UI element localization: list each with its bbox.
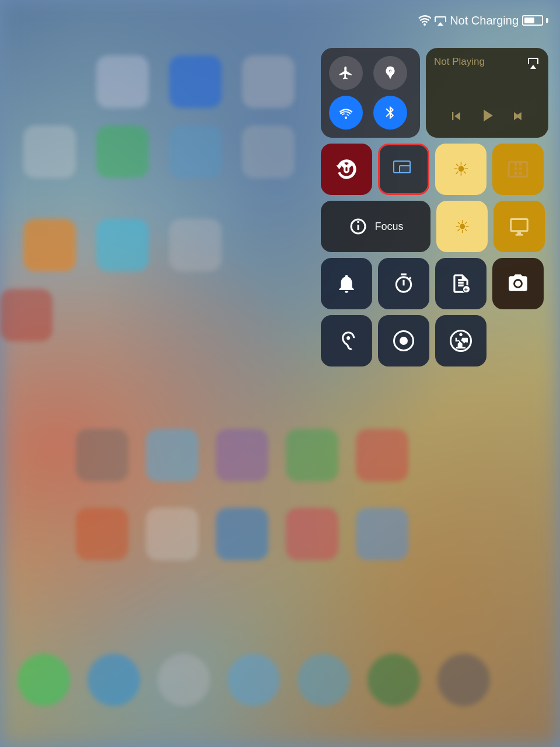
screen-rotation-lock-button[interactable] <box>321 144 372 195</box>
screen-record-button[interactable] <box>378 315 429 366</box>
timer-button[interactable] <box>378 258 429 309</box>
wifi-toggle-button[interactable] <box>329 96 363 130</box>
volume-button[interactable] <box>321 258 372 309</box>
connectivity-panel <box>321 48 420 138</box>
sun-icon: ☀ <box>453 158 470 180</box>
now-playing-panel: Not Playing <box>426 48 548 138</box>
hearing-button[interactable] <box>321 315 372 366</box>
row-controls: + <box>321 258 548 309</box>
display-button[interactable] <box>494 201 545 252</box>
accessibility-button[interactable] <box>435 315 487 366</box>
airplay-button[interactable] <box>526 56 540 72</box>
svg-point-3 <box>459 333 462 336</box>
row-connectivity-nowplaying: Not Playing <box>321 48 548 138</box>
screen-record-icon <box>393 330 414 351</box>
quick-note-button[interactable]: + <box>435 258 487 309</box>
bluetooth-toggle-button[interactable] <box>373 96 407 130</box>
wifi-icon <box>418 15 431 26</box>
airplane-mode-button[interactable] <box>329 56 363 90</box>
row-focus: Focus ☀ <box>321 201 548 252</box>
not-playing-label: Not Playing <box>434 56 485 68</box>
tv-remote-button[interactable] <box>492 144 544 195</box>
svg-point-0 <box>389 70 391 72</box>
airplay-status-icon <box>435 15 446 26</box>
battery-container <box>522 15 548 26</box>
rewind-button[interactable] <box>448 108 464 128</box>
brightness-sun-icon: ☀ <box>454 217 470 237</box>
row-accessibility <box>321 315 548 366</box>
svg-text:+: + <box>464 286 468 293</box>
not-charging-label: Not Charging <box>450 14 519 27</box>
row-quick-toggles: ☀ <box>321 144 548 195</box>
fast-forward-button[interactable] <box>510 108 526 128</box>
play-button[interactable] <box>477 106 497 130</box>
accessibility-icon <box>450 330 472 352</box>
camera-button[interactable] <box>492 258 544 309</box>
screen-mirror-button[interactable] <box>378 144 429 195</box>
brightness-button[interactable]: ☀ <box>435 144 487 195</box>
hotspot-button[interactable] <box>373 56 407 90</box>
control-center: Not Playing <box>321 48 548 366</box>
brightness-slider-button[interactable]: ☀ <box>436 201 488 252</box>
focus-button[interactable]: Focus <box>321 201 430 252</box>
status-bar: Not Charging <box>0 0 560 41</box>
focus-label: Focus <box>374 221 403 233</box>
